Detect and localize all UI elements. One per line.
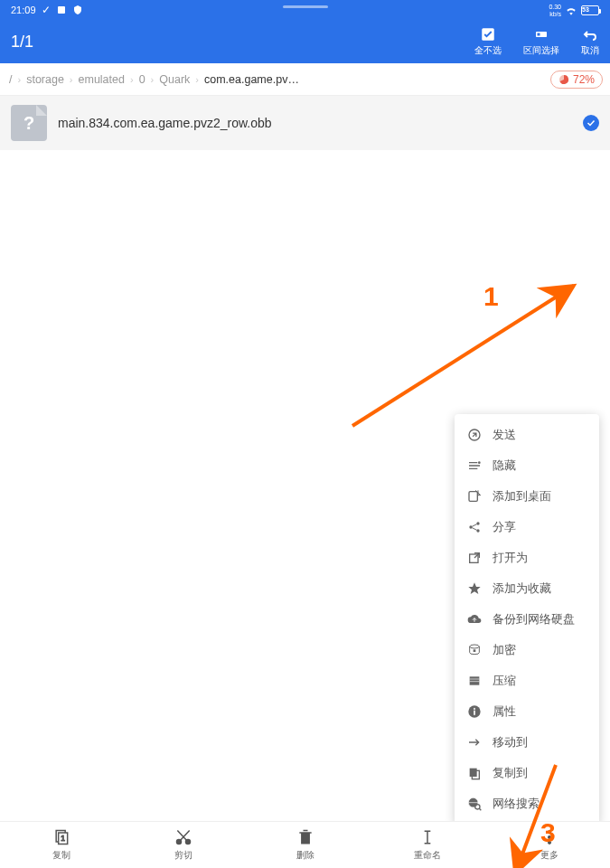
delete-button[interactable]: 删除 (244, 822, 366, 868)
battery-icon: 53 (581, 5, 599, 15)
crumb-emulated[interactable]: emulated (77, 73, 127, 86)
crumb-root[interactable]: / (7, 73, 14, 86)
svg-point-8 (469, 525, 472, 528)
status-app-icon (56, 5, 67, 15)
popup-item-hide[interactable]: 隐藏 (455, 450, 599, 481)
file-name: main.834.com.ea.game.pvz2_row.obb (58, 116, 572, 130)
share-icon (467, 520, 482, 534)
popup-item-compress[interactable]: 压缩 (455, 665, 599, 696)
more-dots-icon (540, 828, 558, 846)
annotation-label-1: 1 (483, 281, 499, 312)
rename-button[interactable]: 重命名 (366, 822, 488, 868)
bottom-toolbar: 1 复制 剪切 删除 重命名 更多 (0, 821, 610, 868)
chevron-right-icon: › (15, 74, 23, 85)
deselect-all-button[interactable]: 全不选 (474, 26, 502, 57)
popup-item-search-web[interactable]: 网络搜索 (455, 788, 599, 819)
popup-item-share[interactable]: 分享 (455, 512, 599, 542)
pie-chart-icon (558, 74, 569, 85)
more-actions-popup: 发送 隐藏 添加到桌面 分享 打开为 添加为收藏 备份到网络硬盘 加密 压缩 属… (455, 414, 599, 825)
range-icon (533, 26, 549, 42)
crumb-storage[interactable]: storage (24, 73, 66, 86)
gesture-pill (283, 5, 328, 8)
copy-button[interactable]: 1 复制 (0, 822, 122, 868)
svg-line-28 (352, 286, 574, 426)
cloud-icon (467, 612, 482, 627)
checkbox-checked-icon (480, 26, 496, 42)
scissors-icon (174, 828, 192, 846)
popup-item-send[interactable]: 发送 (455, 420, 599, 450)
hide-icon (467, 458, 482, 473)
breadcrumb-row: / › storage › emulated › 0 › Quark › com… (0, 63, 610, 96)
star-icon (467, 581, 482, 596)
trash-icon (296, 828, 314, 846)
svg-rect-0 (58, 6, 65, 14)
popup-item-encrypt[interactable]: 加密 (455, 635, 599, 665)
popup-item-copy-to[interactable]: 复制到 (455, 758, 599, 788)
net-speed: 0.30kb/s (549, 3, 561, 16)
popup-item-properties[interactable]: 属性 (455, 696, 599, 727)
wifi-icon (565, 5, 577, 15)
popup-item-move-to[interactable]: 移动到 (455, 727, 599, 758)
popup-item-favorite[interactable]: 添加为收藏 (455, 573, 599, 604)
svg-rect-13 (474, 649, 476, 652)
copy-to-icon (467, 766, 482, 780)
move-icon (467, 735, 482, 750)
rename-icon (418, 828, 436, 846)
range-select-button[interactable]: 区间选择 (523, 26, 559, 57)
cut-button[interactable]: 剪切 (122, 822, 244, 868)
breadcrumb[interactable]: / › storage › emulated › 0 › Quark › com… (7, 73, 301, 86)
popup-item-cloud-backup[interactable]: 备份到网络硬盘 (455, 604, 599, 635)
open-as-icon (467, 551, 482, 565)
svg-rect-3 (538, 33, 540, 36)
svg-rect-16 (470, 769, 477, 777)
status-check-icon: ✓ (42, 4, 51, 16)
encrypt-icon (467, 643, 482, 657)
svg-point-27 (548, 841, 550, 844)
selection-header: 1/1 全不选 区间选择 取消 (0, 20, 610, 63)
selection-counter: 1/1 (11, 33, 33, 52)
chevron-right-icon: › (193, 74, 201, 85)
selected-check-icon[interactable] (583, 115, 599, 131)
svg-point-26 (548, 835, 550, 838)
copy-icon: 1 (52, 828, 70, 846)
more-button[interactable]: 更多 (488, 822, 610, 868)
add-desktop-icon (467, 489, 482, 504)
svg-point-25 (548, 831, 550, 834)
globe-search-icon (467, 797, 482, 811)
compress-icon (467, 674, 482, 688)
chevron-right-icon: › (128, 74, 136, 85)
popup-item-open-as[interactable]: 打开为 (455, 542, 599, 573)
info-icon (467, 704, 482, 719)
crumb-0[interactable]: 0 (137, 73, 147, 86)
svg-rect-14 (470, 676, 480, 684)
chevron-right-icon: › (149, 74, 156, 85)
svg-rect-7 (469, 492, 477, 502)
status-time: 21:09 (11, 5, 36, 15)
storage-badge[interactable]: 72% (550, 71, 603, 89)
cancel-button[interactable]: 取消 (581, 26, 599, 57)
file-type-icon: ? (11, 105, 47, 141)
undo-icon (582, 26, 598, 42)
svg-point-9 (476, 522, 479, 524)
file-row[interactable]: ? main.834.com.ea.game.pvz2_row.obb (0, 96, 610, 150)
crumb-current[interactable]: com.ea.game.pv… (202, 73, 301, 86)
svg-point-12 (470, 645, 480, 648)
chevron-right-icon: › (68, 74, 75, 85)
status-bar: 21:09 ✓ 0.30kb/s 53 (0, 0, 610, 20)
svg-point-10 (476, 529, 479, 532)
svg-text:1: 1 (61, 834, 65, 843)
svg-point-6 (478, 461, 481, 464)
crumb-quark[interactable]: Quark (157, 73, 192, 86)
status-shield-icon (72, 5, 83, 15)
popup-item-add-desktop[interactable]: 添加到桌面 (455, 481, 599, 512)
send-icon (467, 428, 482, 442)
